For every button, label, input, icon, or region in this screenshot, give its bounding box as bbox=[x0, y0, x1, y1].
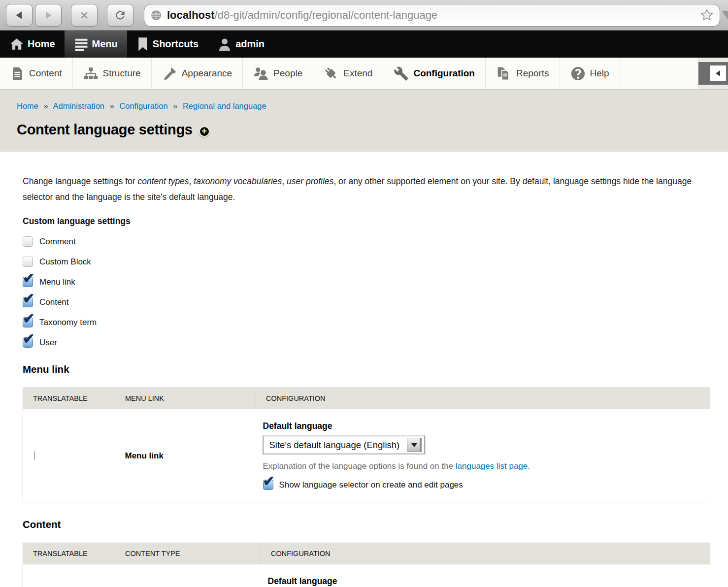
intro-text: , bbox=[189, 176, 194, 186]
page-title: Content language settings bbox=[17, 122, 193, 138]
menu-item-configuration[interactable]: Configuration bbox=[383, 58, 486, 89]
configuration-wrench-icon bbox=[394, 66, 409, 81]
toolbar-item-label: admin bbox=[235, 38, 265, 50]
content-checkbox[interactable]: ✔ bbox=[23, 297, 33, 307]
drupal-admin-toolbar: Home Menu Shortcuts admin bbox=[0, 31, 728, 58]
browser-forward-button[interactable] bbox=[35, 4, 62, 27]
entity-name: Menu link bbox=[115, 409, 256, 503]
page-header: Home » Administration » Configuration » … bbox=[0, 90, 728, 152]
people-icon bbox=[253, 66, 269, 81]
checkbox-row-taxonomy-term: ✔ Taxonomy term bbox=[23, 317, 705, 327]
browser-back-button[interactable] bbox=[6, 4, 33, 27]
intro-italic: user profiles bbox=[287, 176, 333, 186]
breadcrumb: Home » Administration » Configuration » … bbox=[17, 101, 711, 111]
user-checkbox[interactable]: ✔ bbox=[23, 337, 33, 348]
breadcrumb-separator: » bbox=[44, 101, 48, 110]
back-arrow-icon bbox=[13, 9, 25, 21]
check-mark-icon: ✔ bbox=[23, 332, 34, 346]
checkbox-row-comment: ✔ Comment bbox=[23, 236, 705, 247]
browser-chrome: localhost/d8-git/admin/config/regional/c… bbox=[0, 0, 728, 31]
explanation-text: Explanation of the language options is f… bbox=[263, 461, 456, 471]
show-selector-row: ✔ Show language selector on create and e… bbox=[263, 480, 700, 490]
toolbar-item-label: Shortcuts bbox=[153, 38, 199, 50]
toolbar-item-admin[interactable]: admin bbox=[208, 31, 274, 58]
menu-bar-spacer bbox=[620, 58, 698, 89]
menu-item-structure[interactable]: Structure bbox=[73, 58, 152, 89]
breadcrumb-link-home[interactable]: Home bbox=[17, 101, 38, 110]
checkbox-label: Comment bbox=[39, 237, 76, 247]
bookmark-star-icon[interactable] bbox=[699, 7, 715, 23]
custom-language-settings-heading: Custom language settings bbox=[23, 216, 705, 227]
table-row: ✔ Menu link Default language Site's defa… bbox=[23, 409, 710, 503]
languages-list-page-link[interactable]: languages list page. bbox=[456, 461, 530, 471]
browser-reload-button[interactable] bbox=[107, 4, 133, 27]
toolbar-item-menu[interactable]: Menu bbox=[65, 31, 127, 58]
intro-paragraph: Change language settings for content typ… bbox=[23, 173, 705, 205]
column-header-menu-link: MENU LINK bbox=[115, 388, 256, 409]
checkbox-label: Menu link bbox=[39, 277, 75, 287]
checkbox-row-user: ✔ User bbox=[23, 337, 705, 348]
menu-link-section-heading: Menu link bbox=[23, 363, 705, 375]
menu-link-translatable-checkbox[interactable]: ✔ bbox=[34, 451, 35, 460]
reports-documents-icon bbox=[496, 66, 512, 81]
checkbox-row-content: ✔ Content bbox=[23, 297, 705, 307]
structure-sitemap-icon bbox=[83, 66, 99, 81]
column-header-translatable: TRANSLATABLE bbox=[23, 388, 115, 409]
taxonomy-term-checkbox[interactable]: ✔ bbox=[23, 317, 33, 327]
menu-hamburger-icon bbox=[74, 37, 89, 52]
menu-item-help[interactable]: Help bbox=[560, 58, 620, 89]
menu-item-content[interactable]: Content bbox=[0, 58, 73, 89]
appearance-paintbrush-icon bbox=[162, 66, 177, 81]
content-section-heading: Content bbox=[23, 519, 705, 530]
user-icon bbox=[217, 37, 232, 52]
menu-item-label: Appearance bbox=[182, 68, 232, 79]
checkbox-row-menu-link: ✔ Menu link bbox=[23, 277, 705, 287]
url-path: /d8-git/admin/config/regional/content-la… bbox=[215, 9, 438, 21]
comment-checkbox[interactable]: ✔ bbox=[23, 236, 33, 247]
default-language-select[interactable]: Site's default language (English) bbox=[263, 436, 425, 454]
content-document-icon bbox=[10, 66, 25, 81]
address-bar[interactable]: localhost/d8-git/admin/config/regional/c… bbox=[144, 4, 720, 27]
checkbox-label: User bbox=[39, 338, 57, 348]
menu-item-extend[interactable]: Extend bbox=[313, 58, 383, 89]
toolbar-item-shortcuts[interactable]: Shortcuts bbox=[127, 31, 208, 58]
intro-text: Change language settings for bbox=[23, 176, 138, 186]
checkbox-row-custom-block: ✔ Custom Block bbox=[23, 257, 705, 267]
chrome-edge-fragment bbox=[722, 11, 728, 20]
check-mark-icon: ✔ bbox=[23, 271, 34, 286]
menu-item-label: Extend bbox=[343, 68, 372, 79]
show-language-selector-checkbox[interactable]: ✔ bbox=[263, 480, 273, 490]
menu-item-reports[interactable]: Reports bbox=[486, 58, 560, 89]
checkbox-label: Custom Block bbox=[39, 257, 91, 267]
forward-arrow-icon bbox=[42, 9, 54, 21]
intro-italic: content types bbox=[138, 176, 189, 186]
menu-item-label: Content bbox=[29, 68, 62, 79]
language-options-explanation: Explanation of the language options is f… bbox=[263, 461, 700, 471]
checkbox-label: Content bbox=[39, 297, 69, 307]
browser-stop-button[interactable] bbox=[71, 4, 98, 27]
menu-link-checkbox[interactable]: ✔ bbox=[23, 277, 33, 287]
menu-item-label: People bbox=[273, 68, 302, 79]
breadcrumb-link-administration[interactable]: Administration bbox=[53, 101, 104, 110]
reload-icon bbox=[114, 9, 127, 22]
column-header-content-type: CONTENT TYPE bbox=[115, 543, 261, 564]
toolbar-item-label: Home bbox=[28, 38, 55, 50]
extend-plug-icon bbox=[324, 66, 339, 81]
intro-italic: taxonomy vocabularies bbox=[194, 176, 282, 186]
shortcuts-bookmark-icon bbox=[136, 37, 149, 52]
breadcrumb-link-regional[interactable]: Regional and language bbox=[183, 101, 266, 110]
select-value: Site's default language (English) bbox=[269, 440, 400, 451]
toolbar-orientation-toggle-button[interactable] bbox=[698, 62, 728, 85]
menu-item-people[interactable]: People bbox=[243, 58, 313, 89]
toolbar-tray-corner bbox=[698, 58, 728, 89]
breadcrumb-link-configuration[interactable]: Configuration bbox=[119, 101, 167, 110]
add-shortcut-plus-icon[interactable] bbox=[199, 126, 210, 137]
check-mark-icon: ✔ bbox=[23, 292, 34, 306]
globe-icon bbox=[150, 9, 162, 21]
toolbar-item-label: Menu bbox=[92, 38, 118, 50]
menu-item-appearance[interactable]: Appearance bbox=[152, 58, 243, 89]
custom-block-checkbox[interactable]: ✔ bbox=[23, 257, 33, 267]
intro-text: , bbox=[282, 176, 287, 186]
toolbar-item-home[interactable]: Home bbox=[0, 31, 65, 58]
table-row: Default language Site's default language… bbox=[23, 564, 710, 587]
